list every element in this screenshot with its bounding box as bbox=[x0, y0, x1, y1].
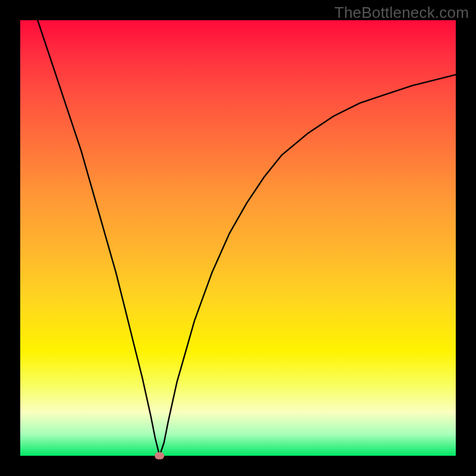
plot-area bbox=[20, 20, 456, 456]
watermark-text: TheBottleneck.com bbox=[334, 4, 469, 22]
bottleneck-curve bbox=[20, 20, 456, 456]
chart-frame: TheBottleneck.com bbox=[0, 0, 476, 476]
minimum-marker bbox=[155, 452, 164, 459]
